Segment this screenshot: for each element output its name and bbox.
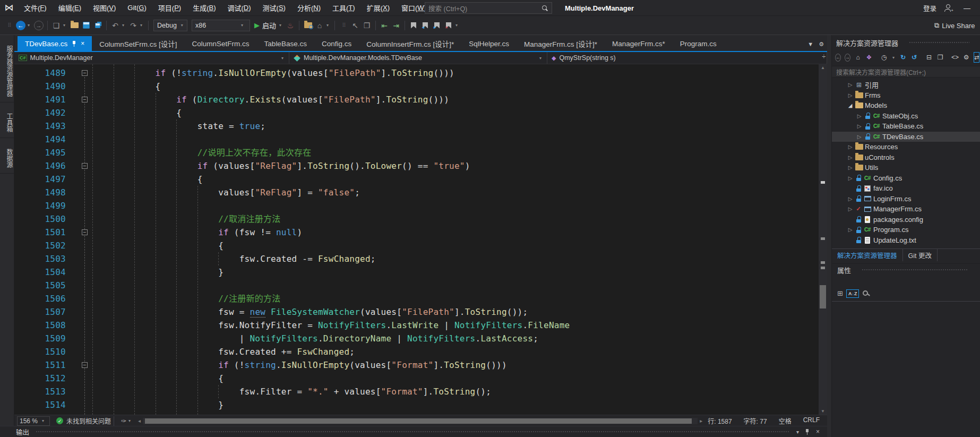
scroll-up-icon[interactable]: ▲ bbox=[819, 65, 827, 70]
tab-ManagerFrm.cs*[interactable]: ManagerFrm.cs* bbox=[605, 36, 673, 51]
expander-icon[interactable]: ▷ bbox=[846, 206, 854, 212]
chevron-down-icon[interactable]: ▾ bbox=[455, 23, 460, 28]
sign-in-button[interactable]: 登录 bbox=[923, 3, 936, 13]
expander-icon[interactable]: ▷ bbox=[855, 113, 863, 119]
tree-item-Utils[interactable]: ▷Utils bbox=[832, 162, 980, 173]
breadcrumb-member-dropdown[interactable]: ◆ QmyStrSp(string s) bbox=[547, 52, 827, 64]
tab-TableBase.cs[interactable]: TableBase.cs bbox=[257, 36, 314, 51]
minimize-button[interactable]: — bbox=[959, 4, 975, 12]
tree-item-LoginFrm.cs[interactable]: ▷LoginFrm.cs bbox=[832, 194, 980, 204]
preview-icon[interactable]: ❖ bbox=[865, 54, 873, 61]
bookmark-clear-button[interactable]: × bbox=[443, 19, 454, 32]
show-all-files-icon[interactable]: ❐ bbox=[936, 54, 944, 61]
chevron-down-icon[interactable]: ▾ bbox=[326, 23, 331, 28]
save-button[interactable] bbox=[81, 19, 91, 32]
hot-reload-button[interactable]: ♨ bbox=[285, 19, 296, 32]
bookmark-next-button[interactable]: ▸ bbox=[432, 19, 442, 32]
tab-TDevBase.cs[interactable]: TDevBase.cs× bbox=[18, 36, 92, 51]
sync-icon[interactable]: ↺ bbox=[910, 54, 918, 61]
chevron-down-icon[interactable]: ▾ bbox=[140, 23, 144, 28]
tree-item-ManagerFrm.cs[interactable]: ▷✓ManagerFrm.cs bbox=[832, 204, 980, 215]
scroll-down-icon[interactable]: ▼ bbox=[819, 409, 827, 414]
find-in-files-button[interactable] bbox=[303, 19, 313, 32]
fold-collapse-icon[interactable]: – bbox=[82, 97, 88, 102]
menu-项目[interactable]: 项目(P) bbox=[152, 0, 187, 15]
forward-button[interactable]: → bbox=[33, 19, 44, 32]
menu-文件[interactable]: 文件(F) bbox=[18, 0, 53, 15]
tab-ColumnSetFrm.cs[interactable]: ColumnSetFrm.cs bbox=[185, 36, 257, 51]
close-icon[interactable]: × bbox=[816, 428, 820, 435]
fold-collapse-icon[interactable]: – bbox=[82, 229, 88, 235]
panel-tab-Git 更改[interactable]: Git 更改 bbox=[903, 249, 938, 261]
tree-item-Program.cs[interactable]: ▷C#Program.cs bbox=[832, 225, 980, 235]
tab-Config.cs[interactable]: Config.cs bbox=[314, 36, 359, 51]
properties-title-bar[interactable]: 属性 bbox=[832, 263, 980, 276]
sync-active-document-icon[interactable]: ⇄ bbox=[974, 52, 979, 63]
output-window-title-bar[interactable]: 输出 ▾ × bbox=[0, 426, 827, 437]
horizontal-scrollbar[interactable] bbox=[143, 418, 698, 424]
panel-splitter[interactable] bbox=[827, 35, 831, 437]
fold-collapse-icon[interactable]: – bbox=[82, 163, 88, 169]
expander-icon[interactable]: ▷ bbox=[846, 155, 854, 160]
tool-window-tab-工具箱[interactable]: 工具箱 bbox=[0, 102, 14, 138]
preview-window-button[interactable]: ⌂ bbox=[314, 19, 325, 32]
solution-explorer-search[interactable]: 搜索解决方案资源管理器(Ctrl+;) bbox=[832, 66, 980, 78]
scroll-right-icon[interactable]: ▸ bbox=[700, 418, 702, 424]
menu-视图[interactable]: 视图(V) bbox=[87, 0, 122, 15]
tab-options-gear-icon[interactable]: ⚙ bbox=[819, 41, 824, 48]
code-health-indicator[interactable]: ✓ 未找到相关问题 bbox=[56, 416, 111, 425]
expander-icon[interactable]: ▷ bbox=[846, 175, 854, 181]
forward-icon[interactable]: → bbox=[845, 54, 850, 62]
tree-item-packages.config[interactable]: packages.config bbox=[832, 215, 980, 225]
document-list-icon[interactable]: ▼ bbox=[807, 41, 813, 48]
debug-configuration-dropdown[interactable]: Debug▾ bbox=[153, 20, 187, 31]
scrollbar-thumb[interactable] bbox=[820, 285, 826, 309]
tab-ColumnSetFrm.cs [设计][interactable]: ColumnSetFrm.cs [设计] bbox=[92, 36, 184, 51]
tab-ColumnInsertFrm.cs [设计]*[interactable]: ColumnInsertFrm.cs [设计]* bbox=[359, 36, 461, 51]
pin-icon[interactable] bbox=[805, 429, 810, 435]
indent-button[interactable]: ⇥ bbox=[391, 19, 401, 32]
window-position-icon[interactable]: ▾ bbox=[796, 429, 799, 435]
collapse-all-icon[interactable]: ⊟ bbox=[925, 54, 933, 61]
chevron-down-icon[interactable]: ▾ bbox=[28, 23, 32, 28]
start-debugging-button[interactable]: ▶启动 bbox=[254, 20, 276, 30]
back-button[interactable]: ← bbox=[15, 19, 26, 32]
line-ending-indicator[interactable]: CRLF bbox=[803, 416, 820, 425]
close-icon[interactable]: × bbox=[81, 40, 84, 47]
save-all-button[interactable] bbox=[92, 19, 103, 32]
column-indicator[interactable]: 字符: 77 bbox=[744, 416, 767, 425]
expander-icon[interactable]: ▷ bbox=[846, 227, 854, 233]
chevron-down-icon[interactable]: ▾ bbox=[279, 23, 283, 28]
menu-测试[interactable]: 测试(S) bbox=[257, 0, 291, 15]
tree-item-Models[interactable]: ◢Models bbox=[832, 100, 980, 111]
tree-item-Frms[interactable]: ▷Frms bbox=[832, 90, 980, 101]
bookmark-button[interactable] bbox=[408, 19, 419, 32]
undo-button[interactable]: ↶ bbox=[110, 19, 121, 32]
vertical-scrollbar[interactable]: ▲ ▼ bbox=[819, 64, 827, 415]
toolbar-drag-handle[interactable]: ⠿ bbox=[338, 19, 349, 32]
toolbar-drag-handle[interactable]: ⠿ bbox=[4, 19, 14, 32]
code-cleanup-button[interactable]: ✑ ▾ bbox=[121, 417, 134, 425]
fold-collapse-icon[interactable]: – bbox=[82, 362, 88, 368]
tab-SqlHelper.cs[interactable]: SqlHelper.cs bbox=[461, 36, 517, 51]
redo-button[interactable]: ↷ bbox=[128, 19, 139, 32]
code-editor[interactable]: 1489– if (!string.IsNullOrEmpty(values["… bbox=[14, 64, 827, 415]
tab-Program.cs[interactable]: Program.cs bbox=[673, 36, 724, 51]
editor-split-handle[interactable]: ÷ bbox=[822, 53, 826, 61]
zoom-level-dropdown[interactable]: 156 % ▾ bbox=[17, 416, 50, 426]
expander-icon[interactable]: ▷ bbox=[855, 123, 863, 129]
menu-扩展[interactable]: 扩展(X) bbox=[361, 0, 396, 15]
tree-item-StateObj.cs[interactable]: ▷C#StateObj.cs bbox=[832, 111, 980, 122]
tool-window-tab-服务器资源管理器[interactable]: 服务器资源管理器 bbox=[0, 35, 14, 102]
open-folder-button[interactable] bbox=[69, 19, 80, 32]
menu-工具[interactable]: 工具(T) bbox=[326, 0, 361, 15]
pending-changes-icon[interactable]: ◷ bbox=[880, 54, 888, 61]
categorized-icon[interactable]: ⊞ bbox=[837, 289, 843, 297]
doc-arrow-button[interactable]: ❐ bbox=[362, 19, 372, 32]
tree-item-uControls[interactable]: ▷uControls bbox=[832, 152, 980, 163]
account-icon[interactable] bbox=[944, 4, 952, 12]
expander-icon[interactable]: ▷ bbox=[846, 92, 854, 98]
global-search-box[interactable]: 搜索 (Ctrl+Q) bbox=[425, 2, 552, 14]
menu-编辑[interactable]: 编辑(E) bbox=[53, 0, 87, 15]
alphabetical-sort-icon[interactable]: A↓Z bbox=[846, 289, 859, 298]
